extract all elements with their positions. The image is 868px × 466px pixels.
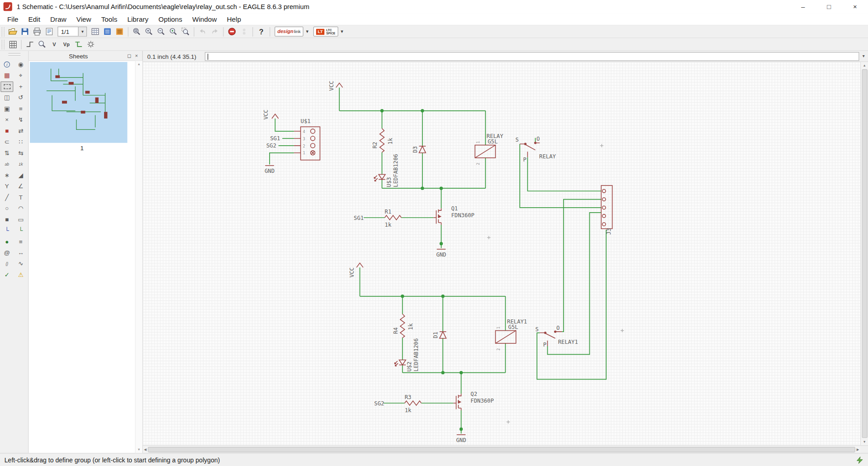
delete-tool[interactable]: × [0,114,13,125]
redo-button[interactable] [209,26,221,37]
q2-value-label[interactable]: FDN360P [470,398,494,404]
horizontal-scroll-thumb[interactable] [147,447,855,452]
scroll-right-icon[interactable]: ▶ [857,446,859,453]
sheet-1-label[interactable]: 1 [30,143,134,151]
settings-button[interactable] [85,39,97,50]
menu-view[interactable]: View [71,14,96,24]
r2-name-label[interactable]: R2 [372,142,378,148]
q2-name-label[interactable]: Q2 [470,391,477,397]
menu-draw[interactable]: Draw [45,14,71,24]
net-tool[interactable]: └ [14,225,27,236]
sg2-net-label[interactable]: SG2 [266,143,276,149]
label-tool[interactable]: ≡ [14,237,27,247]
net-class-button[interactable] [72,39,85,50]
vertical-scrollbar[interactable]: ▲ ▼ [860,62,868,445]
scroll-left-icon[interactable]: ◀ [144,446,147,453]
rotate-tool[interactable]: ↺ [14,92,27,103]
run-button[interactable] [238,26,250,37]
r2-value-label[interactable]: 1k [387,138,394,144]
vcc-symbol-3[interactable] [356,263,363,267]
circle-tool[interactable]: ○ [0,203,13,214]
r3-value-label[interactable]: 1k [405,407,412,414]
sg2-net-label[interactable]: SG2 [374,400,384,407]
relay1-value-label[interactable]: G5L [508,324,518,330]
grid-button[interactable] [7,39,19,50]
ltspice-dropdown[interactable]: ▾ [338,26,346,37]
menu-library[interactable]: Library [122,14,153,24]
j3-name-label[interactable]: J3 [606,228,612,235]
change-tool[interactable]: ↯ [14,114,27,125]
arc-tool[interactable]: ◠ [14,203,27,214]
palette-grip-2[interactable] [8,55,20,56]
resistor-r3[interactable] [405,401,422,405]
mark-tool[interactable]: ⌖ [14,70,27,81]
zoom-level-select[interactable]: 1/1 ▾ [57,27,87,37]
open-button[interactable] [7,26,19,37]
text-tool[interactable]: T [14,192,27,203]
r1-value-label[interactable]: 1k [385,222,392,228]
sheets-close-icon[interactable]: × [133,53,140,58]
rect-tool[interactable]: ■ [0,214,13,225]
u1-name-label[interactable]: U$1 [301,118,311,124]
mirror-tool[interactable]: ◫ [0,92,13,103]
maximize-button[interactable]: □ [816,0,842,13]
vcc-symbol-1[interactable] [336,83,343,88]
undo-button[interactable] [196,26,209,37]
mosfet-q1[interactable] [433,208,441,225]
layer-settings-button[interactable] [101,26,114,37]
gnd-label[interactable]: GND [265,168,275,174]
stop-button[interactable] [226,26,238,37]
command-dropdown-icon[interactable]: ▾ [859,51,868,61]
sheets-float-icon[interactable]: ◻ [126,53,133,58]
help-button[interactable]: ? [255,26,267,37]
braces-tool[interactable]: {} [0,259,13,269]
designlink-dropdown[interactable]: ▾ [304,26,311,37]
led-u2[interactable] [395,360,406,366]
contact-p-label[interactable]: P [523,157,526,163]
r1-name-label[interactable]: R1 [385,209,392,215]
menu-window[interactable]: Window [187,14,222,24]
gnd-label[interactable]: GND [436,252,446,258]
menu-edit[interactable]: Edit [24,14,45,24]
dimension-tool[interactable]: ↔ [14,247,27,258]
name-tool[interactable]: ab [0,159,13,169]
value-tool[interactable]: 1k [14,159,27,169]
ltspice-button[interactable]: LT LTCSPICE [313,27,338,37]
gnd-label[interactable]: GND [456,437,466,443]
minimize-button[interactable]: – [790,0,816,13]
sheet-properties-button[interactable] [43,26,55,37]
u2-name-label[interactable]: U$2 [406,361,413,371]
u3-value-label[interactable]: LEDFAB1206 [393,154,399,187]
zoom-select-button[interactable] [180,26,192,37]
copy-tool[interactable]: ▣ [0,104,13,114]
optimize-tool[interactable]: ∠ [14,181,27,191]
menu-tools[interactable]: Tools [96,14,123,24]
contact-o-label[interactable]: O [536,136,540,142]
erc-tool[interactable]: ✓ [0,270,13,280]
attribute-tool[interactable]: @ [0,247,13,258]
sheet-1-thumbnail[interactable] [30,62,127,143]
wire-tool[interactable]: ╱ [0,192,13,203]
zoom-dropdown-icon[interactable]: ▾ [78,27,86,36]
resistor-r2[interactable] [380,128,384,152]
contact1-p-label[interactable]: P [543,342,546,348]
relay1-coil[interactable] [495,331,516,343]
paint-tool[interactable]: ■ [0,126,13,136]
u3-name-label[interactable]: U$3 [386,177,392,187]
info-tool[interactable]: i [0,59,13,70]
scroll-up-icon[interactable]: ▲ [863,62,866,69]
vcc-symbol-2[interactable] [272,114,279,119]
menu-options[interactable]: Options [153,14,187,24]
grid-settings-button[interactable] [89,26,101,37]
bus-tool[interactable]: └ [0,225,13,236]
move-tool[interactable]: + [14,81,27,92]
frame-tool[interactable]: ▭ [14,214,27,225]
relay-coil[interactable] [475,145,495,158]
pinswap-tool[interactable]: ⇆ [14,148,27,158]
simulate-vp-button[interactable]: Vp [60,39,72,50]
gateswap-tool[interactable]: ⇅ [0,148,13,158]
d3-name-label[interactable]: D3 [412,146,418,153]
relay-contact[interactable] [520,142,540,157]
invoke-tool[interactable]: ∷ [14,137,27,147]
contact-relay-label[interactable]: RELAY [539,153,556,160]
